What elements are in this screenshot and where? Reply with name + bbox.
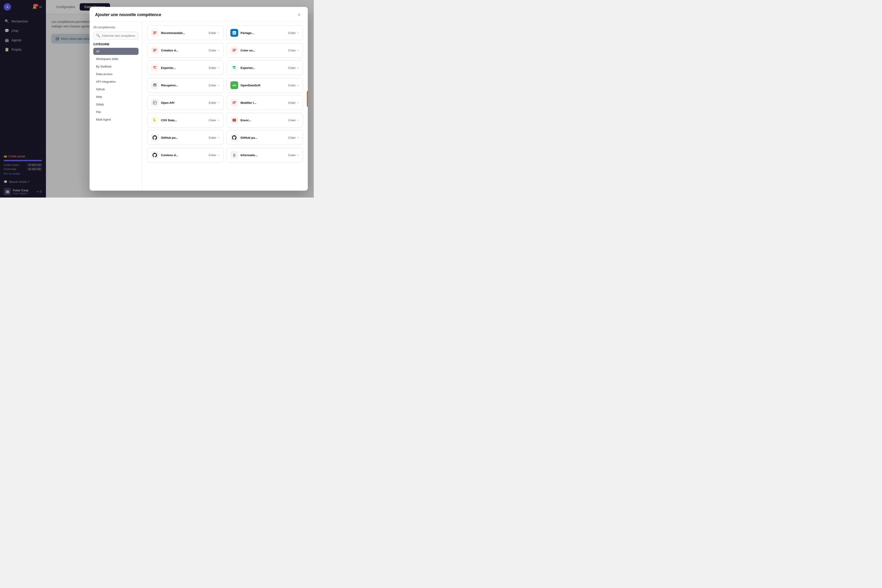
- modal-header: Ajouter une nouvelle compétence ×: [90, 7, 308, 22]
- feedback-tab[interactable]: Feedback: [307, 90, 308, 107]
- svg-rect-2: [153, 33, 156, 34]
- svg-rect-8: [232, 51, 235, 51]
- skill-card-8[interactable]: ods OpenDataSoft Créer →: [226, 78, 303, 93]
- skill-card-10[interactable]: Modifier l... Créer →: [226, 95, 303, 110]
- arrow-icon: →: [297, 153, 299, 157]
- skill-icon-3: [151, 46, 159, 54]
- skill-action-8[interactable]: Créer →: [288, 84, 299, 87]
- skill-action-10[interactable]: Créer →: [288, 101, 299, 105]
- skill-action-1[interactable]: Créer →: [208, 31, 220, 34]
- skill-card-9[interactable]: Open API Créer →: [147, 95, 224, 110]
- skill-name-14: GitHub pu...: [240, 136, 286, 140]
- skill-icon-11: 🐍: [151, 116, 159, 124]
- skill-card-2[interactable]: Partage... Créer →: [226, 26, 303, 40]
- skill-card-11[interactable]: 🐍 CSV Data... Créer →: [147, 113, 224, 128]
- skill-name-16: Informatio...: [240, 153, 286, 157]
- modal-title: Ajouter une nouvelle compétence: [95, 12, 161, 17]
- skill-icon-13: [151, 134, 159, 141]
- skill-action-4[interactable]: Créer →: [288, 49, 299, 52]
- skill-name-11: CSV Data...: [161, 118, 206, 122]
- category-item-data_access[interactable]: Data access: [93, 70, 138, 78]
- skill-icon-5: [151, 64, 159, 72]
- skill-card-3[interactable]: Création d... Créer →: [147, 43, 224, 58]
- skill-name-4: Créer un...: [240, 49, 286, 52]
- skill-card-15[interactable]: Contenu d... Créer →: [147, 148, 224, 162]
- category-item-multiagent[interactable]: Multi Agent: [93, 116, 138, 123]
- skill-icon-8: ods: [230, 81, 238, 89]
- category-item-github[interactable]: Github: [93, 86, 138, 93]
- skill-action-2[interactable]: Créer →: [288, 31, 299, 34]
- svg-rect-1: [153, 33, 157, 33]
- svg-rect-11: [153, 68, 155, 69]
- arrow-icon: →: [297, 66, 299, 69]
- skill-name-6: Exporter...: [240, 66, 286, 70]
- skill-name-13: GitHub pu...: [161, 136, 206, 140]
- competences-count: 29 compétences: [93, 26, 138, 29]
- modal-close-button[interactable]: ×: [296, 12, 302, 18]
- skill-card-12[interactable]: Envoi... Créer →: [226, 113, 303, 128]
- category-item-workspace[interactable]: Workspace skills: [93, 56, 138, 63]
- arrow-icon: →: [297, 49, 299, 52]
- skill-name-8: OpenDataSoft: [240, 84, 286, 87]
- skill-action-5[interactable]: Créer →: [208, 66, 220, 70]
- skill-card-5[interactable]: Exporter... Créer →: [147, 60, 224, 75]
- skill-icon-7: [151, 81, 159, 89]
- skill-icon-16: {}: [230, 151, 238, 159]
- arrow-icon: →: [217, 66, 220, 69]
- arrow-icon: →: [297, 31, 299, 34]
- arrow-icon: →: [217, 31, 220, 34]
- svg-rect-3: [153, 49, 157, 50]
- modal-left-panel: 29 compétences 🔍 Catégorie AllWorkspace …: [90, 22, 142, 190]
- svg-text:🐍: 🐍: [153, 118, 156, 122]
- skill-card-1[interactable]: Recommandati... Créer →: [147, 26, 224, 40]
- arrow-icon: →: [217, 153, 220, 157]
- skill-icon-2: [230, 29, 238, 37]
- category-item-api[interactable]: API Integration: [93, 78, 138, 85]
- category-item-swiftask[interactable]: By Swiftask: [93, 63, 138, 70]
- skill-card-4[interactable]: Créer un... Créer →: [226, 43, 303, 58]
- skill-action-12[interactable]: Créer →: [288, 118, 299, 122]
- skill-action-11[interactable]: Créer →: [208, 118, 220, 122]
- skill-action-13[interactable]: Créer →: [208, 136, 220, 140]
- category-item-file[interactable]: File: [93, 108, 138, 116]
- skill-card-13[interactable]: GitHub pu... Créer →: [147, 130, 224, 145]
- arrow-icon: →: [217, 136, 220, 139]
- skill-icon-14: [230, 134, 238, 141]
- skills-grid: Recommandati... Créer → Partage... Créer…: [142, 22, 308, 190]
- arrow-icon: →: [297, 136, 299, 139]
- skill-action-3[interactable]: Créer →: [208, 49, 220, 52]
- svg-rect-5: [153, 51, 156, 51]
- skill-icon-4: [230, 46, 238, 54]
- skill-action-15[interactable]: Créer →: [208, 153, 220, 157]
- skill-action-14[interactable]: Créer →: [288, 136, 299, 140]
- arrow-icon: →: [217, 118, 220, 122]
- skill-action-7[interactable]: Créer →: [208, 84, 220, 87]
- category-item-web[interactable]: Web: [93, 93, 138, 100]
- svg-rect-14: [232, 68, 235, 69]
- svg-rect-21: [232, 119, 236, 122]
- svg-rect-9: [153, 66, 156, 67]
- svg-rect-19: [232, 104, 235, 104]
- category-item-gitlab[interactable]: Gitlab: [93, 101, 138, 108]
- svg-rect-6: [232, 49, 236, 50]
- svg-rect-4: [153, 50, 157, 51]
- skill-card-16[interactable]: {} Informatio... Créer →: [226, 148, 303, 162]
- skill-action-6[interactable]: Créer →: [288, 66, 299, 70]
- skill-card-6[interactable]: Exporter... Créer →: [226, 60, 303, 75]
- skill-card-14[interactable]: GitHub pu... Créer →: [226, 130, 303, 145]
- svg-rect-12: [232, 66, 236, 67]
- svg-rect-0: [153, 32, 157, 32]
- category-label: Catégorie: [93, 43, 138, 46]
- skill-action-16[interactable]: Créer →: [288, 153, 299, 157]
- arrow-icon: →: [217, 49, 220, 52]
- arrow-icon: →: [297, 84, 299, 87]
- skill-search-input[interactable]: [102, 34, 135, 38]
- skill-action-9[interactable]: Créer →: [208, 101, 220, 105]
- search-box[interactable]: 🔍: [93, 32, 138, 39]
- category-item-all[interactable]: All: [93, 48, 138, 55]
- skill-name-10: Modifier l...: [240, 101, 286, 105]
- svg-rect-17: [232, 101, 236, 102]
- search-icon: 🔍: [96, 34, 100, 38]
- skill-card-7[interactable]: Récupérer... Créer →: [147, 78, 224, 93]
- skill-name-2: Partage...: [240, 31, 286, 34]
